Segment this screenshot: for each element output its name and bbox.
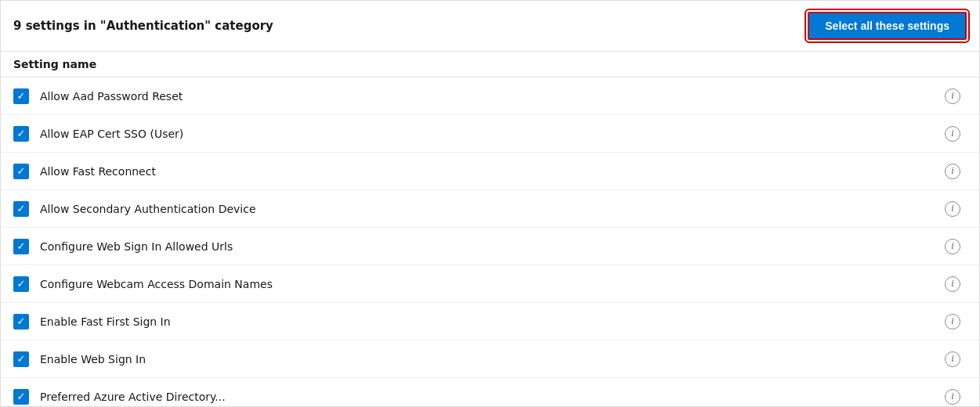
- setting-checkbox[interactable]: [13, 88, 29, 104]
- list-item: Configure Web Sign In Allowed Urls: [1, 228, 979, 265]
- setting-checkbox[interactable]: [13, 239, 29, 254]
- list-item: Enable Web Sign In: [1, 340, 979, 378]
- list-item: Allow EAP Cert SSO (User): [1, 115, 979, 153]
- info-icon[interactable]: [945, 126, 960, 142]
- column-header: Setting name: [1, 52, 979, 77]
- info-icon[interactable]: [945, 389, 960, 405]
- header-row: 9 settings in "Authentication" category …: [1, 1, 979, 52]
- list-item: Preferred Azure Active Directory...: [1, 378, 979, 406]
- setting-checkbox[interactable]: [13, 314, 29, 330]
- select-all-button[interactable]: Select all these settings: [808, 12, 967, 40]
- list-item: Allow Secondary Authentication Device: [1, 190, 979, 228]
- list-item: Enable Fast First Sign In: [1, 303, 979, 340]
- main-container: 9 settings in "Authentication" category …: [0, 0, 980, 407]
- info-icon[interactable]: [945, 351, 960, 367]
- info-icon[interactable]: [945, 201, 960, 217]
- setting-label: Enable Fast First Sign In: [40, 315, 945, 328]
- list-item: Configure Webcam Access Domain Names: [1, 265, 979, 303]
- setting-label: Allow Secondary Authentication Device: [40, 203, 945, 215]
- setting-label: Allow EAP Cert SSO (User): [40, 128, 945, 140]
- info-icon[interactable]: [945, 164, 960, 179]
- settings-list[interactable]: Allow Aad Password ResetAllow EAP Cert S…: [1, 77, 979, 406]
- list-item: Allow Aad Password Reset: [1, 77, 979, 115]
- setting-checkbox[interactable]: [13, 276, 29, 292]
- info-icon[interactable]: [945, 276, 960, 292]
- setting-label: Configure Web Sign In Allowed Urls: [40, 240, 945, 253]
- list-item: Allow Fast Reconnect: [1, 153, 979, 190]
- setting-label: Allow Aad Password Reset: [40, 90, 945, 103]
- setting-checkbox[interactable]: [13, 201, 29, 217]
- setting-checkbox[interactable]: [13, 164, 29, 179]
- setting-label: Allow Fast Reconnect: [40, 165, 945, 178]
- setting-checkbox[interactable]: [13, 351, 29, 367]
- setting-checkbox[interactable]: [13, 389, 29, 405]
- setting-label: Configure Webcam Access Domain Names: [40, 278, 945, 290]
- info-icon[interactable]: [945, 88, 960, 104]
- info-icon[interactable]: [945, 239, 960, 254]
- setting-label: Enable Web Sign In: [40, 353, 945, 366]
- setting-checkbox[interactable]: [13, 126, 29, 142]
- category-title: 9 settings in "Authentication" category: [13, 19, 273, 33]
- info-icon[interactable]: [945, 314, 960, 330]
- setting-label: Preferred Azure Active Directory...: [40, 391, 945, 403]
